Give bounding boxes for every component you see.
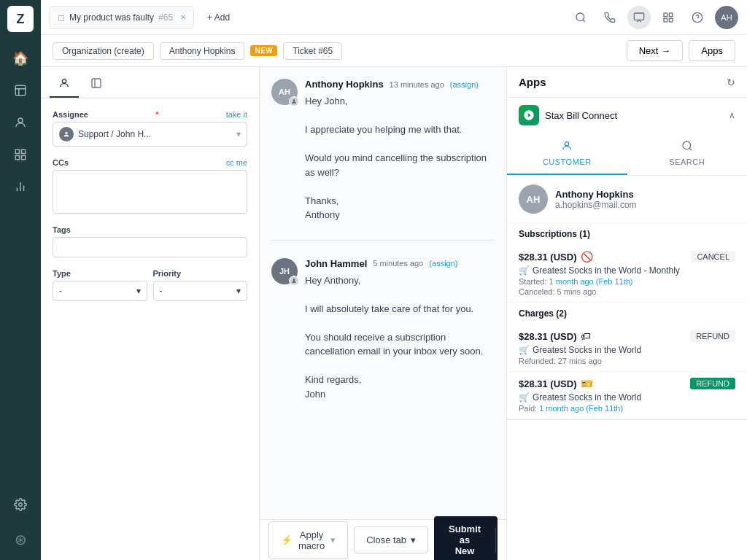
svg-rect-0 — [15, 85, 26, 96]
grid-icon[interactable] — [6, 140, 35, 169]
subscriptions-header: Subscriptions (1) — [507, 223, 747, 245]
assignee-select[interactable]: Support / John H... ▾ — [53, 122, 247, 147]
priority-select[interactable]: - ▾ — [153, 281, 248, 301]
assign-link-2[interactable]: (assign) — [429, 259, 457, 268]
sub-header: $28.31 (USD) 🚫 CANCEL — [519, 251, 735, 262]
right-panel-header: Apps ↻ — [507, 67, 747, 98]
ccs-input[interactable] — [53, 170, 247, 214]
close-tab-button[interactable]: Close tab ▾ — [354, 526, 428, 553]
zendesk-icon[interactable]: ⊛ — [6, 525, 35, 554]
nav-logo[interactable]: Z — [7, 6, 34, 32]
agent-avatar: JH — [271, 258, 298, 284]
refresh-icon[interactable]: ↻ — [727, 77, 735, 88]
apply-macro-button[interactable]: ⚡ Apply macro ▾ — [268, 521, 348, 559]
take-it-link[interactable]: take it — [226, 110, 247, 119]
assignee-avatar — [59, 127, 74, 141]
user-avatar[interactable]: AH — [715, 6, 738, 29]
active-tab[interactable]: ◻ My product was faulty #65 ✕ — [50, 6, 194, 29]
ticket-tab[interactable]: Ticket #65 — [283, 42, 342, 60]
cc-me-link[interactable]: cc me — [226, 158, 247, 167]
left-panel: Assignee* take it Support / John H... ▾ … — [41, 67, 260, 560]
macro-chevron: ▾ — [330, 534, 336, 545]
nav-sidebar: Z 🏠 ⊛ — [0, 0, 41, 560]
phone-button[interactable] — [598, 6, 622, 29]
apps-button[interactable]: Apps — [689, 40, 735, 61]
collapse-icon[interactable]: ∧ — [729, 110, 735, 120]
refund-badge-1[interactable]: REFUND — [690, 330, 735, 342]
ccs-field-group: CCs cc me — [53, 158, 247, 214]
app-logo — [519, 105, 539, 125]
svg-rect-17 — [664, 18, 667, 22]
sub-canceled: Canceled: 5 mins ago — [519, 287, 735, 296]
assign-link[interactable]: (assign) — [450, 80, 479, 89]
svg-point-27 — [565, 142, 569, 146]
customer-tab-icon — [561, 140, 573, 155]
svg-rect-16 — [669, 13, 673, 17]
tags-label: Tags — [53, 225, 247, 234]
lightning-icon: ⚡ — [281, 534, 293, 545]
refund-badge-2[interactable]: REFUND — [690, 378, 735, 389]
settings-icon[interactable] — [6, 490, 35, 519]
right-tabs: CUSTOMER SEARCH — [507, 133, 747, 176]
main-area: ◻ My product was faulty #65 ✕ + Add — [41, 0, 747, 560]
customer-badge — [289, 96, 299, 106]
secondbar: Organization (create) Anthony Hopkins NE… — [41, 35, 747, 67]
svg-point-21 — [62, 79, 66, 83]
submit-button[interactable]: Submit as New ▾ — [434, 516, 498, 560]
left-panel-tabs — [41, 67, 259, 98]
reports-icon[interactable] — [6, 172, 35, 201]
submit-main-button[interactable]: Submit as New — [434, 516, 495, 560]
search-tab-label: SEARCH — [669, 158, 705, 166]
home-icon[interactable]: 🏠 — [6, 44, 35, 73]
customer-email: a.hopkins@mail.com — [555, 200, 637, 210]
left-tab-person[interactable] — [50, 73, 79, 98]
cancel-badge[interactable]: CANCEL — [691, 251, 735, 262]
priority-field: Priority - ▾ — [153, 269, 248, 301]
customer-tab-label: CUSTOMER — [543, 158, 592, 166]
charge-icon-2: 🎫 — [581, 378, 593, 389]
customers-icon[interactable] — [6, 108, 35, 137]
svg-rect-5 — [22, 149, 26, 153]
message-author: Anthony Hopkins — [305, 79, 384, 90]
search-tab-right[interactable]: SEARCH — [627, 133, 748, 175]
charge-item-2: $28.31 (USD) 🎫 REFUND 🛒 Greatest Socks i… — [507, 372, 747, 419]
customer-avatar: AH — [271, 79, 298, 105]
message-block: AH Anthony Hopkins 13 minutes ago (assig… — [271, 79, 495, 222]
tickets-icon[interactable] — [6, 76, 35, 105]
customer-tab-right[interactable]: CUSTOMER — [507, 133, 627, 175]
svg-rect-4 — [15, 149, 19, 153]
type-select[interactable]: - ▾ — [53, 281, 147, 301]
charge-detail-2: Paid: 1 month ago (Feb 11th) — [519, 404, 735, 413]
type-priority-row: Type - ▾ Priority - ▾ — [53, 269, 247, 301]
compose-button[interactable] — [627, 6, 651, 29]
svg-rect-6 — [15, 156, 19, 160]
message-time: 13 minutes ago — [390, 80, 444, 89]
subscriptions-title: Subscriptions (1) — [519, 229, 590, 239]
charges-header: Charges (2) — [507, 303, 747, 324]
help-button[interactable] — [686, 6, 709, 29]
submit-dropdown-button[interactable]: ▾ — [495, 528, 498, 553]
sub-amount: $28.31 (USD) — [519, 252, 576, 262]
org-tab[interactable]: Organization (create) — [53, 42, 154, 60]
grid-apps-button[interactable] — [657, 6, 680, 29]
search-button[interactable] — [569, 6, 592, 29]
apps-title: Apps — [519, 76, 546, 88]
next-button[interactable]: Next → — [627, 40, 684, 61]
svg-rect-22 — [92, 79, 101, 88]
close-tab-chevron: ▾ — [411, 534, 416, 545]
customer-detail-avatar: AH — [519, 184, 548, 214]
left-tab-list[interactable] — [82, 73, 111, 98]
message-divider — [271, 240, 495, 241]
message-body: Hey Anthony, I will absolutely take care… — [305, 273, 495, 402]
ccs-label: CCs cc me — [53, 158, 247, 167]
app-name: Stax Bill Connect — [545, 110, 617, 121]
customer-tab[interactable]: Anthony Hopkins — [160, 42, 245, 60]
assignee-value: Support / John H... — [78, 129, 151, 139]
right-panel: Apps ↻ Stax Bill Connect ∧ — [506, 67, 747, 560]
add-button[interactable]: + Add — [200, 9, 237, 26]
message-body: Hey John, I appreciate you helping me wi… — [305, 94, 495, 222]
svg-rect-7 — [22, 156, 26, 160]
close-tab-icon[interactable]: ✕ — [180, 13, 186, 21]
tags-input[interactable] — [53, 237, 247, 257]
app-section-header[interactable]: Stax Bill Connect ∧ — [507, 98, 747, 133]
